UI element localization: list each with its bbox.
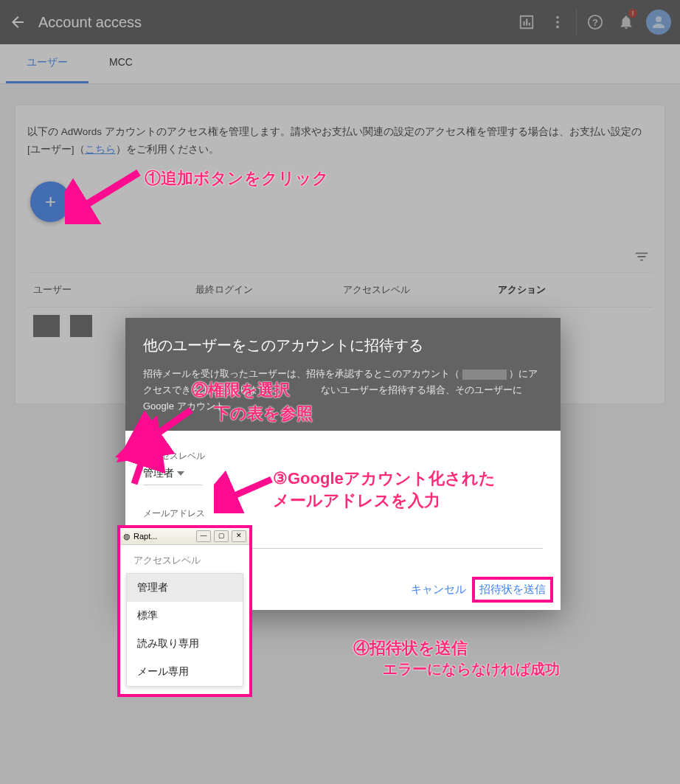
app-icon: ◍ bbox=[123, 532, 131, 541]
annotation-2a: ②権限を選択 bbox=[192, 379, 290, 401]
divider bbox=[576, 9, 577, 35]
access-level-popup: ◍ Rapt... — ▢ ✕ アクセスレベル 管理者 標準 読み取り専用 メー… bbox=[117, 525, 252, 697]
col-login: 最終ログイン bbox=[195, 283, 343, 296]
access-level-label: アクセスレベル bbox=[143, 450, 543, 462]
svg-rect-2 bbox=[529, 23, 530, 26]
popup-item-standard[interactable]: 標準 bbox=[127, 602, 243, 630]
annotation-1: ①追加ボタンをクリック bbox=[145, 167, 329, 190]
svg-line-10 bbox=[149, 410, 191, 440]
tab-users[interactable]: ユーザー bbox=[6, 44, 89, 83]
popup-app-title: Rapt... bbox=[133, 532, 157, 541]
annotation-2b: 下の表を参照 bbox=[214, 403, 313, 425]
header: Account access ? ! bbox=[0, 0, 680, 44]
dialog-title: 他のユーザーをこのアカウントに招待する bbox=[143, 336, 543, 355]
redacted-inline bbox=[462, 370, 507, 380]
popup-item-admin[interactable]: 管理者 bbox=[127, 574, 243, 602]
table-header: ユーザー 最終ログイン アクセスレベル アクション bbox=[27, 273, 653, 308]
notification-badge: ! bbox=[628, 9, 637, 18]
annotation-3b: メールアドレスを入力 bbox=[273, 490, 440, 512]
arrow-2 bbox=[106, 403, 202, 491]
redacted-block bbox=[33, 315, 60, 337]
svg-point-8 bbox=[656, 16, 662, 22]
filter-icon[interactable] bbox=[634, 249, 650, 268]
annotation-4a: ④招待状を送信 bbox=[353, 637, 468, 659]
avatar[interactable] bbox=[646, 10, 671, 35]
cancel-button[interactable]: キャンセル bbox=[411, 583, 466, 597]
col-user: ユーザー bbox=[33, 283, 195, 296]
popup-item-readonly[interactable]: 読み取り専用 bbox=[127, 630, 243, 658]
popup-label: アクセスレベル bbox=[126, 552, 243, 573]
help-icon[interactable]: ? bbox=[580, 0, 611, 44]
svg-line-12 bbox=[224, 479, 271, 500]
svg-line-9 bbox=[76, 173, 139, 211]
annotation-3a: ③Googleアカウント化された bbox=[273, 468, 496, 490]
card-description: 以下の AdWords アカウントのアクセス権を管理します。請求やお支払い関連の… bbox=[27, 123, 653, 159]
close-icon[interactable]: ✕ bbox=[232, 530, 246, 542]
maximize-icon[interactable]: ▢ bbox=[214, 530, 229, 542]
more-vert-icon[interactable] bbox=[542, 0, 573, 44]
arrow-1 bbox=[65, 165, 146, 224]
back-arrow-icon[interactable] bbox=[9, 13, 27, 31]
svg-point-5 bbox=[556, 26, 559, 29]
svg-point-4 bbox=[556, 21, 559, 24]
page-title: Account access bbox=[38, 14, 142, 31]
popup-menu: 管理者 標準 読み取り専用 メール専用 bbox=[126, 573, 243, 687]
svg-point-3 bbox=[556, 16, 559, 19]
minimize-icon[interactable]: — bbox=[196, 530, 211, 542]
reports-icon[interactable] bbox=[511, 0, 542, 44]
tabs: ユーザー MCC bbox=[0, 44, 680, 84]
filter-bar bbox=[27, 244, 653, 273]
redacted-block bbox=[70, 315, 92, 337]
svg-line-11 bbox=[134, 453, 145, 484]
svg-text:?: ? bbox=[592, 17, 598, 28]
arrow-3 bbox=[214, 469, 280, 513]
popup-item-emailonly[interactable]: メール専用 bbox=[127, 658, 243, 686]
desc-post: ）をご利用ください。 bbox=[116, 144, 219, 155]
notifications-icon[interactable]: ! bbox=[611, 0, 642, 44]
tab-mcc[interactable]: MCC bbox=[89, 44, 153, 83]
send-invite-button[interactable]: 招待状を送信 bbox=[479, 583, 546, 595]
col-action: アクション bbox=[498, 283, 647, 296]
svg-rect-1 bbox=[526, 18, 527, 25]
col-level: アクセスレベル bbox=[343, 283, 498, 296]
payment-users-link[interactable]: こちら bbox=[85, 144, 116, 155]
svg-rect-0 bbox=[523, 21, 524, 26]
popup-titlebar: ◍ Rapt... — ▢ ✕ bbox=[120, 528, 249, 545]
send-button-highlight: 招待状を送信 bbox=[472, 577, 553, 603]
annotation-4b: エラーにならなければ成功 bbox=[383, 659, 560, 679]
